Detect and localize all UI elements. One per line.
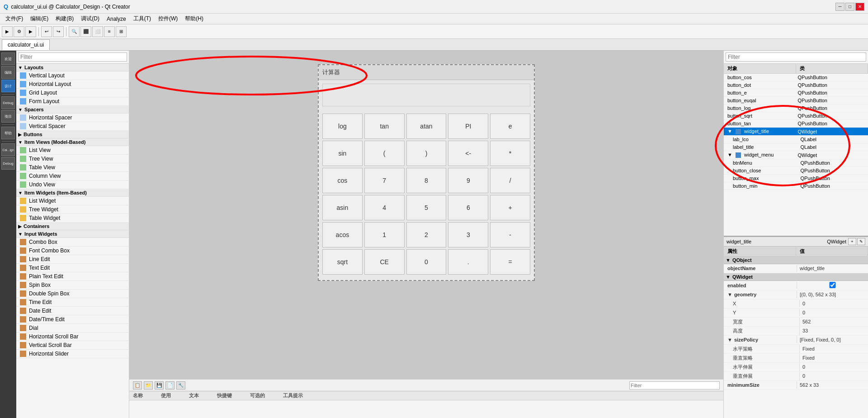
sidebar-item-plain-text-edit[interactable]: Plain Text Edit <box>16 272 129 281</box>
btn-pi[interactable]: PI <box>448 114 488 139</box>
prop-checkbox-enabled[interactable] <box>800 282 865 288</box>
sidebar-group-inputwidgets[interactable]: ▼ Input Widgets <box>16 230 129 238</box>
menu-debug[interactable]: 调试(D) <box>77 14 103 24</box>
canvas-bottom-btn-3[interactable]: 💾 <box>155 381 164 390</box>
menu-tools[interactable]: 工具(T) <box>130 14 155 24</box>
tree-row-btnmenu[interactable]: btnMenu QPushButton <box>724 159 868 167</box>
tree-row-button-min[interactable]: button_min QPushButton <box>724 182 868 190</box>
btn-7[interactable]: 7 <box>364 168 405 193</box>
btn-tan[interactable]: tan <box>364 114 405 139</box>
btn-sin[interactable]: sin <box>322 141 363 166</box>
tree-row-button-cos[interactable]: button_cos QPushButton <box>724 74 868 81</box>
menu-help[interactable]: 帮助(H) <box>181 14 207 24</box>
btn-minus[interactable]: - <box>490 222 530 247</box>
section-toggle-qwidget[interactable]: ▼ <box>726 274 731 280</box>
btn-e[interactable]: e <box>490 114 530 139</box>
tree-row-widget-title[interactable]: ▼ widget_title QWidget <box>724 128 868 136</box>
menu-edit[interactable]: 编辑(E) <box>27 14 52 24</box>
sidebar-item-column-view[interactable]: Column View <box>16 172 129 180</box>
toolbar-btn-9[interactable]: ≡ <box>104 26 115 37</box>
maximize-button[interactable]: □ <box>845 3 854 11</box>
tool-debug2[interactable]: Debug <box>1 157 15 170</box>
btn-dot[interactable]: . <box>448 249 488 275</box>
sidebar-item-dial[interactable]: Dial <box>16 324 129 332</box>
sidebar-item-datetime-edit[interactable]: Date/Time Edit <box>16 315 129 324</box>
btn-asin[interactable]: asin <box>322 195 363 220</box>
tab-calculator-ui[interactable]: calculator_ui.ui <box>2 39 50 50</box>
canvas-bottom-btn-1[interactable]: 📋 <box>133 381 142 390</box>
btn-backspace[interactable]: <- <box>448 141 488 166</box>
title-bar-controls[interactable]: ─ □ ✕ <box>835 3 864 11</box>
sidebar-item-horizontal-scroll-bar[interactable]: Horizontal Scroll Bar <box>16 332 129 341</box>
section-toggle-qobject[interactable]: ▼ <box>726 257 731 263</box>
menu-analyze[interactable]: Analyze <box>103 15 130 23</box>
sidebar-group-buttons[interactable]: ▶ Buttons <box>16 131 129 138</box>
tree-row-button-euqal[interactable]: button_euqal QPushButton <box>724 97 868 104</box>
sidebar-item-vertical-spacer[interactable]: Vertical Spacer <box>16 122 129 131</box>
sidebar-item-horizontal-slider[interactable]: Horizontal Slider <box>16 350 129 358</box>
close-button[interactable]: ✕ <box>855 3 864 11</box>
tree-row-button-log[interactable]: button_log QPushButton <box>724 104 868 112</box>
tool-help[interactable]: 帮助 <box>1 127 15 139</box>
sidebar-item-horizontal-spacer[interactable]: Horizontal Spacer <box>16 114 129 122</box>
sidebar-group-itemwidgets[interactable]: ▼ Item Widgets (Item-Based) <box>16 189 129 197</box>
btn-3[interactable]: 3 <box>448 222 488 247</box>
sidebar-item-table-widget[interactable]: Table Widget <box>16 214 129 223</box>
sidebar-item-list-widget[interactable]: List Widget <box>16 197 129 205</box>
btn-atan[interactable]: atan <box>406 114 447 139</box>
tool-edit[interactable]: 编辑 <box>1 66 15 79</box>
sidebar-group-spacers[interactable]: ▼ Spacers <box>16 106 129 114</box>
tool-projects[interactable]: 项目 <box>1 110 15 123</box>
geometry-toggle[interactable]: ▼ <box>727 292 732 297</box>
btn-equals[interactable]: = <box>490 249 530 275</box>
sidebar-item-font-combo-box[interactable]: Font Combo Box <box>16 247 129 255</box>
menu-build[interactable]: 构建(B) <box>52 14 77 24</box>
btn-cos[interactable]: cos <box>322 168 363 193</box>
tree-row-button-max[interactable]: button_max QPushButton <box>724 175 868 182</box>
canvas-bottom-btn-2[interactable]: 📁 <box>144 381 153 390</box>
toolbar-btn-3[interactable]: ▶ <box>25 26 36 37</box>
sidebar-item-tree-view[interactable]: Tree View <box>16 155 129 163</box>
btn-acos[interactable]: acos <box>322 222 363 247</box>
btn-log[interactable]: log <box>322 114 363 139</box>
sidebar-item-form-layout[interactable]: Form Layout <box>16 97 129 106</box>
widget-info-btn-edit[interactable]: ✎ <box>857 238 865 245</box>
sidebar-group-layouts[interactable]: ▼ Layouts <box>16 64 129 71</box>
tree-row-button-dot[interactable]: button_dot QPushButton <box>724 81 868 89</box>
btn-0[interactable]: 0 <box>406 249 447 275</box>
tree-row-button-sqrt[interactable]: button_sqrt QPushButton <box>724 112 868 120</box>
tool-welcome[interactable]: 欢迎 <box>1 52 15 65</box>
toolbar-btn-4[interactable]: ↩ <box>41 26 52 37</box>
sidebar-item-spin-box[interactable]: Spin Box <box>16 281 129 290</box>
sidebar-item-horizontal-layout[interactable]: Horizontal Layout <box>16 80 129 89</box>
sidebar-item-vertical-scroll-bar[interactable]: Vertical Scroll Bar <box>16 341 129 350</box>
toolbar-btn-1[interactable]: ▶ <box>2 26 13 37</box>
widget-info-btn-add[interactable]: + <box>848 238 856 245</box>
tree-row-button-close[interactable]: button_close QPushButton <box>724 167 868 175</box>
tool-design[interactable]: 设计 <box>1 80 15 92</box>
sidebar-filter-input[interactable] <box>18 52 127 62</box>
tree-row-button-e[interactable]: button_e QPushButton <box>724 89 868 97</box>
sidebar-item-list-view[interactable]: List View <box>16 146 129 155</box>
sidebar-item-grid-layout[interactable]: Grid Layout <box>16 89 129 97</box>
sidebar-item-text-edit[interactable]: Text Edit <box>16 264 129 272</box>
tree-row-button-tan[interactable]: button_tan QPushButton <box>724 120 868 128</box>
tree-row-widget-menu[interactable]: ▼ widget_menu QWidget <box>724 151 868 159</box>
btn-1[interactable]: 1 <box>364 222 405 247</box>
canvas-bottom-btn-4[interactable]: 📄 <box>165 381 175 390</box>
tree-toggle-widget-menu[interactable]: ▼ <box>727 152 732 157</box>
btn-plus[interactable]: + <box>490 195 530 220</box>
toolbar-btn-10[interactable]: ⊞ <box>116 26 127 37</box>
canvas-bottom-filter[interactable] <box>629 381 720 390</box>
toolbar-btn-6[interactable]: 🔍 <box>69 26 80 37</box>
menu-controls[interactable]: 控件(W) <box>155 14 181 24</box>
toolbar-btn-2[interactable]: ⚙ <box>14 26 24 37</box>
sidebar-item-line-edit[interactable]: Line Edit <box>16 255 129 264</box>
btn-close-paren[interactable]: ) <box>406 141 447 166</box>
sidebar-item-date-edit[interactable]: Date Edit <box>16 307 129 315</box>
tree-row-lab-lco[interactable]: lab_lco QLabel <box>724 136 868 143</box>
btn-sqrt[interactable]: sqrt <box>322 249 363 275</box>
btn-divide[interactable]: / <box>490 168 530 193</box>
btn-9[interactable]: 9 <box>448 168 488 193</box>
menu-file[interactable]: 文件(F) <box>2 14 27 24</box>
